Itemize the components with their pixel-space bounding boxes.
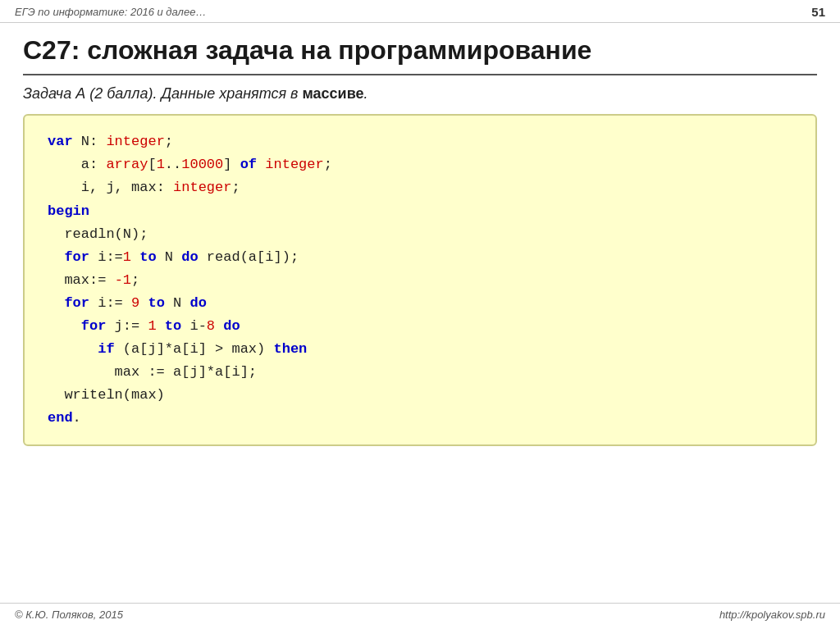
top-bar-left: ЕГЭ по информатике: 2016 и далее… <box>15 6 206 18</box>
task-desc-after: . <box>364 85 368 102</box>
main-content: С27: сложная задача на программирование … <box>0 23 840 458</box>
task-desc-bold: массиве <box>303 85 364 102</box>
code-line-6: for i:=1 to N do read(a[i]); <box>48 246 792 269</box>
slide-title: С27: сложная задача на программирование <box>23 34 817 66</box>
title-divider <box>23 74 817 75</box>
slide-title-text: С27: сложная задача на программирование <box>23 35 591 65</box>
code-line-13: end. <box>48 407 792 430</box>
code-line-3: i, j, max: integer; <box>48 176 792 199</box>
task-description: Задача А (2 балла). Данные хранятся в ма… <box>23 85 817 103</box>
code-line-11: max := a[j]*a[i]; <box>48 361 792 384</box>
code-line-1: var N: integer; <box>48 130 792 153</box>
code-block: var N: integer; a: array[1..10000] of in… <box>23 114 817 446</box>
code-line-12: writeln(max) <box>48 384 792 407</box>
top-bar: ЕГЭ по информатике: 2016 и далее… 51 <box>0 0 840 23</box>
code-line-8: for i:= 9 to N do <box>48 292 792 315</box>
page-number: 51 <box>811 5 825 19</box>
footer-left: © К.Ю. Поляков, 2015 <box>15 608 123 621</box>
code-line-10: if (a[j]*a[i] > max) then <box>48 338 792 361</box>
footer: © К.Ю. Поляков, 2015 http://kpolyakov.sp… <box>0 603 840 621</box>
footer-right: http://kpolyakov.spb.ru <box>719 608 825 621</box>
code-line-9: for j:= 1 to i-8 do <box>48 315 792 338</box>
task-desc-before: Задача А (2 балла). Данные хранятся в <box>23 85 303 102</box>
page: ЕГЭ по информатике: 2016 и далее… 51 С27… <box>0 0 840 629</box>
code-line-2: a: array[1..10000] of integer; <box>48 153 792 176</box>
code-line-5: readln(N); <box>48 223 792 246</box>
code-line-4: begin <box>48 200 792 223</box>
code-line-7: max:= -1; <box>48 269 792 292</box>
